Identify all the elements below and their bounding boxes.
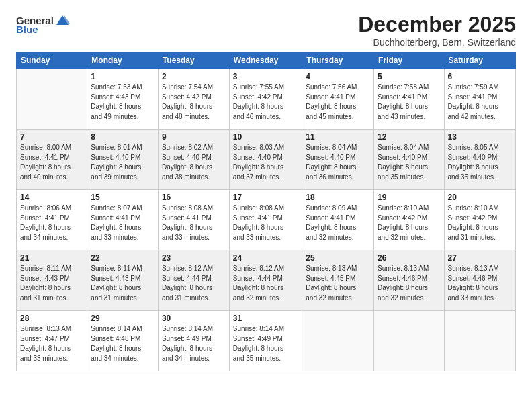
day-info: Sunrise: 8:05 AM Sunset: 4:40 PM Dayligh… — [448, 143, 512, 182]
col-wednesday: Wednesday — [229, 52, 302, 69]
day-number: 27 — [448, 253, 512, 263]
day-number: 21 — [20, 253, 83, 263]
day-info: Sunrise: 7:59 AM Sunset: 4:41 PM Dayligh… — [448, 83, 512, 122]
table-row: 29Sunrise: 8:14 AM Sunset: 4:48 PM Dayli… — [87, 311, 159, 371]
title-area: December 2025 Buchholterberg, Bern, Swit… — [358, 12, 516, 48]
day-number: 28 — [20, 314, 83, 323]
day-info: Sunrise: 7:54 AM Sunset: 4:42 PM Dayligh… — [162, 83, 226, 122]
table-row: 14Sunrise: 8:06 AM Sunset: 4:41 PM Dayli… — [17, 190, 87, 250]
location-title: Buchholterberg, Bern, Switzerland — [358, 37, 516, 48]
day-info: Sunrise: 8:12 AM Sunset: 4:44 PM Dayligh… — [233, 264, 298, 303]
table-row: 1Sunrise: 7:53 AM Sunset: 4:43 PM Daylig… — [87, 69, 159, 130]
day-number: 16 — [162, 193, 226, 202]
day-number: 29 — [91, 314, 154, 323]
day-info: Sunrise: 7:55 AM Sunset: 4:42 PM Dayligh… — [233, 83, 298, 122]
day-number: 14 — [20, 193, 83, 202]
table-row: 31Sunrise: 8:14 AM Sunset: 4:49 PM Dayli… — [229, 311, 302, 371]
day-number: 1 — [91, 72, 154, 81]
table-row: 26Sunrise: 8:13 AM Sunset: 4:46 PM Dayli… — [374, 250, 444, 311]
table-row: 13Sunrise: 8:05 AM Sunset: 4:40 PM Dayli… — [444, 130, 515, 190]
calendar-week-row: 14Sunrise: 8:06 AM Sunset: 4:41 PM Dayli… — [17, 190, 516, 250]
day-number: 19 — [378, 193, 440, 202]
day-info: Sunrise: 8:02 AM Sunset: 4:40 PM Dayligh… — [162, 143, 226, 182]
day-info: Sunrise: 8:13 AM Sunset: 4:46 PM Dayligh… — [378, 264, 440, 303]
table-row: 3Sunrise: 7:55 AM Sunset: 4:42 PM Daylig… — [229, 69, 302, 130]
day-info: Sunrise: 7:58 AM Sunset: 4:41 PM Dayligh… — [378, 83, 440, 122]
day-info: Sunrise: 8:12 AM Sunset: 4:44 PM Dayligh… — [162, 264, 226, 303]
day-number: 3 — [233, 72, 298, 81]
day-info: Sunrise: 8:14 AM Sunset: 4:49 PM Dayligh… — [162, 324, 226, 363]
day-info: Sunrise: 8:09 AM Sunset: 4:41 PM Dayligh… — [306, 203, 370, 242]
col-monday: Monday — [87, 52, 159, 69]
col-saturday: Saturday — [444, 52, 515, 69]
table-row: 10Sunrise: 8:03 AM Sunset: 4:40 PM Dayli… — [229, 130, 302, 190]
table-row: 8Sunrise: 8:01 AM Sunset: 4:40 PM Daylig… — [87, 130, 159, 190]
day-number: 26 — [378, 253, 440, 263]
calendar-week-row: 7Sunrise: 8:00 AM Sunset: 4:41 PM Daylig… — [17, 130, 516, 190]
logo-blue: Blue — [16, 24, 38, 35]
table-row: 20Sunrise: 8:10 AM Sunset: 4:42 PM Dayli… — [444, 190, 515, 250]
day-number: 5 — [378, 72, 440, 81]
table-row — [17, 69, 87, 130]
day-number: 4 — [306, 72, 370, 81]
table-row: 9Sunrise: 8:02 AM Sunset: 4:40 PM Daylig… — [158, 130, 229, 190]
day-info: Sunrise: 8:13 AM Sunset: 4:47 PM Dayligh… — [20, 324, 83, 363]
day-info: Sunrise: 7:53 AM Sunset: 4:43 PM Dayligh… — [91, 83, 154, 122]
month-title: December 2025 — [358, 12, 516, 37]
table-row: 25Sunrise: 8:13 AM Sunset: 4:45 PM Dayli… — [302, 250, 374, 311]
col-tuesday: Tuesday — [158, 52, 229, 69]
day-info: Sunrise: 8:03 AM Sunset: 4:40 PM Dayligh… — [233, 143, 298, 182]
day-info: Sunrise: 8:07 AM Sunset: 4:41 PM Dayligh… — [91, 203, 154, 242]
header: General Blue December 2025 Buchholterber… — [16, 12, 516, 48]
calendar-week-row: 21Sunrise: 8:11 AM Sunset: 4:43 PM Dayli… — [17, 250, 516, 311]
table-row: 16Sunrise: 8:08 AM Sunset: 4:41 PM Dayli… — [158, 190, 229, 250]
day-number: 13 — [448, 132, 512, 142]
day-number: 7 — [20, 132, 83, 142]
day-info: Sunrise: 8:00 AM Sunset: 4:41 PM Dayligh… — [20, 143, 83, 182]
table-row: 2Sunrise: 7:54 AM Sunset: 4:42 PM Daylig… — [158, 69, 229, 130]
day-number: 23 — [162, 253, 226, 263]
day-number: 11 — [306, 132, 370, 142]
calendar-header-row: Sunday Monday Tuesday Wednesday Thursday… — [17, 52, 516, 69]
day-info: Sunrise: 8:13 AM Sunset: 4:46 PM Dayligh… — [448, 264, 512, 303]
col-sunday: Sunday — [17, 52, 87, 69]
table-row: 19Sunrise: 8:10 AM Sunset: 4:42 PM Dayli… — [374, 190, 444, 250]
day-number: 30 — [162, 314, 226, 323]
day-info: Sunrise: 8:04 AM Sunset: 4:40 PM Dayligh… — [378, 143, 440, 182]
day-number: 25 — [306, 253, 370, 263]
day-info: Sunrise: 8:14 AM Sunset: 4:48 PM Dayligh… — [91, 324, 154, 363]
calendar-week-row: 1Sunrise: 7:53 AM Sunset: 4:43 PM Daylig… — [17, 69, 516, 130]
table-row: 6Sunrise: 7:59 AM Sunset: 4:41 PM Daylig… — [444, 69, 515, 130]
table-row: 7Sunrise: 8:00 AM Sunset: 4:41 PM Daylig… — [17, 130, 87, 190]
col-friday: Friday — [374, 52, 444, 69]
table-row: 23Sunrise: 8:12 AM Sunset: 4:44 PM Dayli… — [158, 250, 229, 311]
table-row — [444, 311, 515, 371]
day-number: 18 — [306, 193, 370, 202]
day-info: Sunrise: 8:08 AM Sunset: 4:41 PM Dayligh… — [162, 203, 226, 242]
day-info: Sunrise: 8:11 AM Sunset: 4:43 PM Dayligh… — [91, 264, 154, 303]
day-number: 22 — [91, 253, 154, 263]
day-number: 31 — [233, 314, 298, 323]
day-info: Sunrise: 8:04 AM Sunset: 4:40 PM Dayligh… — [306, 143, 370, 182]
logo-icon — [55, 14, 70, 26]
table-row: 30Sunrise: 8:14 AM Sunset: 4:49 PM Dayli… — [158, 311, 229, 371]
day-number: 10 — [233, 132, 298, 142]
table-row: 15Sunrise: 8:07 AM Sunset: 4:41 PM Dayli… — [87, 190, 159, 250]
table-row: 21Sunrise: 8:11 AM Sunset: 4:43 PM Dayli… — [17, 250, 87, 311]
table-row: 5Sunrise: 7:58 AM Sunset: 4:41 PM Daylig… — [374, 69, 444, 130]
day-info: Sunrise: 8:11 AM Sunset: 4:43 PM Dayligh… — [20, 264, 83, 303]
table-row: 18Sunrise: 8:09 AM Sunset: 4:41 PM Dayli… — [302, 190, 374, 250]
day-info: Sunrise: 8:13 AM Sunset: 4:45 PM Dayligh… — [306, 264, 370, 303]
day-number: 17 — [233, 193, 298, 202]
day-info: Sunrise: 8:06 AM Sunset: 4:41 PM Dayligh… — [20, 203, 83, 242]
table-row: 22Sunrise: 8:11 AM Sunset: 4:43 PM Dayli… — [87, 250, 159, 311]
day-info: Sunrise: 8:10 AM Sunset: 4:42 PM Dayligh… — [448, 203, 512, 242]
table-row — [374, 311, 444, 371]
table-row — [302, 311, 374, 371]
table-row: 4Sunrise: 7:56 AM Sunset: 4:41 PM Daylig… — [302, 69, 374, 130]
day-number: 6 — [448, 72, 512, 81]
col-thursday: Thursday — [302, 52, 374, 69]
day-number: 24 — [233, 253, 298, 263]
day-number: 20 — [448, 193, 512, 202]
table-row: 28Sunrise: 8:13 AM Sunset: 4:47 PM Dayli… — [17, 311, 87, 371]
